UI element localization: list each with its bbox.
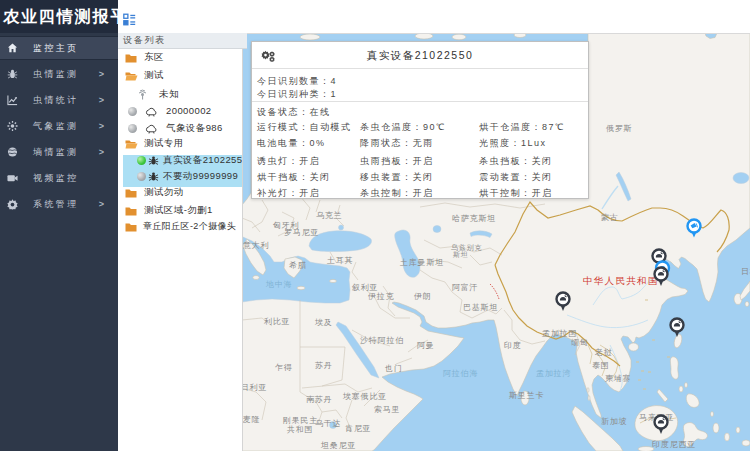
svg-text:苏丹: 苏丹 — [315, 361, 333, 370]
svg-text:乌干达: 乌干达 — [315, 419, 341, 428]
svg-text:土库曼斯坦: 土库曼斯坦 — [399, 258, 444, 267]
svg-text:伊拉克: 伊拉克 — [368, 292, 395, 301]
svg-text:乍得: 乍得 — [275, 363, 293, 372]
svg-text:共和国: 共和国 — [287, 425, 313, 434]
svg-text:老挝: 老挝 — [594, 348, 613, 357]
svg-text:印度尼西亚: 印度尼西亚 — [652, 440, 696, 449]
svg-text:埃及: 埃及 — [314, 318, 333, 327]
svg-text:南苏丹: 南苏丹 — [306, 395, 332, 404]
svg-text:柬埔寨: 柬埔寨 — [605, 374, 631, 383]
svg-text:埃塞俄比亚: 埃塞俄比亚 — [342, 392, 387, 401]
svg-text:坦桑尼亚: 坦桑尼亚 — [320, 441, 356, 450]
svg-text:伊朗: 伊朗 — [414, 292, 432, 301]
svg-text:罗马尼亚: 罗马尼亚 — [284, 228, 319, 237]
svg-text:孟加拉湾: 孟加拉湾 — [536, 369, 571, 378]
svg-text:地中海: 地中海 — [265, 280, 292, 289]
svg-text:乌克兰: 乌克兰 — [316, 211, 342, 220]
svg-text:阿富汗: 阿富汗 — [452, 283, 478, 292]
svg-text:日本: 日本 — [741, 267, 750, 276]
svg-text:尼日利亚: 尼日利亚 — [242, 383, 267, 392]
svg-text:孟加拉国: 孟加拉国 — [542, 329, 577, 338]
svg-text:哈萨克斯坦: 哈萨克斯坦 — [452, 214, 496, 223]
svg-text:蒙古: 蒙古 — [601, 213, 619, 222]
svg-text:俄罗斯: 俄罗斯 — [606, 124, 632, 133]
svg-text:斯里兰卡: 斯里兰卡 — [509, 391, 544, 400]
svg-text:阿拉伯海: 阿拉伯海 — [443, 369, 478, 378]
svg-text:新加坡: 新加坡 — [601, 417, 627, 426]
svg-text:中华人民共和国: 中华人民共和国 — [583, 275, 659, 286]
svg-text:沙特阿拉伯: 沙特阿拉伯 — [360, 336, 404, 345]
svg-text:叙利亚: 叙利亚 — [352, 283, 378, 292]
svg-text:印度: 印度 — [504, 341, 522, 350]
svg-text:刚果民主: 刚果民主 — [283, 416, 318, 425]
svg-text:泰国: 泰国 — [592, 361, 610, 370]
svg-text:缅甸: 缅甸 — [571, 338, 589, 347]
svg-text:土耳其: 土耳其 — [326, 256, 353, 265]
svg-text:巴基斯坦: 巴基斯坦 — [463, 303, 498, 312]
svg-text:也门: 也门 — [385, 364, 403, 373]
svg-text:喀麦隆: 喀麦隆 — [242, 415, 260, 424]
svg-text:利比亚: 利比亚 — [264, 317, 290, 326]
svg-text:阿曼: 阿曼 — [417, 341, 435, 350]
svg-text:斯坦: 斯坦 — [453, 251, 469, 258]
svg-text:希腊: 希腊 — [289, 261, 307, 270]
svg-text:意大利: 意大利 — [242, 241, 269, 250]
svg-text:索马里: 索马里 — [374, 405, 400, 414]
svg-text:肯尼亚: 肯尼亚 — [345, 424, 371, 433]
